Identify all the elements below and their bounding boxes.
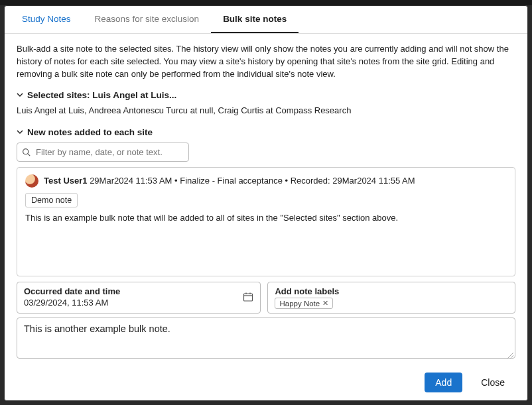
note-meta: Test User1 29Mar2024 11:53 AM • Finalize… — [44, 176, 415, 186]
calendar-icon[interactable] — [243, 292, 253, 302]
tab-study-notes[interactable]: Study Notes — [10, 6, 83, 33]
add-button[interactable]: Add — [425, 373, 462, 392]
svg-line-1 — [28, 153, 30, 155]
note-body-text: This is an example bulk note that will b… — [25, 213, 507, 223]
close-button[interactable]: Close — [470, 373, 515, 392]
occurred-label: Occurred date and time — [24, 286, 253, 296]
occurred-value: 03/29/2024, 11:53 AM — [24, 298, 253, 308]
note-label-chip[interactable]: Demo note — [25, 193, 78, 207]
note-timestamp: 29Mar2024 11:53 AM — [90, 176, 172, 186]
notes-history-area: Test User1 29Mar2024 11:53 AM • Finalize… — [17, 167, 515, 276]
tab-reasons-for-exclusion[interactable]: Reasons for site exclusion — [83, 6, 212, 33]
bulk-site-notes-modal: Study Notes Reasons for site exclusion B… — [4, 5, 528, 401]
remove-tag-icon[interactable]: ✕ — [322, 299, 328, 308]
avatar — [25, 174, 38, 188]
note-author: Test User1 — [44, 176, 88, 186]
selected-sites-header[interactable]: Selected sites: Luis Angel at Luis... — [17, 90, 515, 100]
note-recorded-time: 29Mar2024 11:55 AM — [332, 176, 415, 186]
note-header: Test User1 29Mar2024 11:53 AM • Finalize… — [25, 174, 507, 188]
chevron-down-icon — [17, 129, 23, 135]
filter-wrapper — [17, 143, 189, 162]
background-nav — [0, 0, 532, 5]
svg-point-0 — [23, 148, 29, 154]
chevron-down-icon — [17, 91, 23, 98]
selected-sites-title: Selected sites: Luis Angel at Luis... — [27, 90, 176, 100]
tab-bar: Study Notes Reasons for site exclusion B… — [5, 6, 527, 34]
note-recorded-label: Recorded: — [291, 176, 330, 186]
note-textarea-wrapper — [17, 318, 515, 361]
note-label-row: Demo note — [25, 193, 507, 207]
modal-footer: Add Close — [5, 373, 527, 400]
add-labels-label: Add note labels — [275, 286, 508, 296]
occurred-datetime-field[interactable]: Occurred date and time 03/29/2024, 11:53… — [17, 282, 261, 314]
form-row: Occurred date and time 03/29/2024, 11:53… — [17, 282, 515, 314]
new-notes-header[interactable]: New notes added to each site — [17, 127, 515, 137]
tab-bulk-site-notes[interactable]: Bulk site notes — [211, 6, 299, 33]
search-icon — [22, 148, 31, 156]
add-note-labels-field[interactable]: Add note labels Happy Note ✕ — [267, 282, 515, 314]
note-label-tag[interactable]: Happy Note ✕ — [275, 298, 333, 309]
note-stage: Finalize - Final acceptance — [180, 176, 283, 186]
filter-input[interactable] — [17, 143, 189, 162]
modal-body: Bulk-add a site note to the selected sit… — [5, 34, 527, 373]
selected-sites-list: Luis Angel at Luis, Andreea Antonescu Tu… — [17, 105, 515, 115]
new-notes-title: New notes added to each site — [27, 127, 153, 137]
note-textarea[interactable] — [17, 318, 515, 359]
svg-rect-2 — [244, 294, 253, 301]
tag-text: Happy Note — [279, 300, 320, 308]
bulk-description: Bulk-add a site note to the selected sit… — [17, 43, 515, 81]
